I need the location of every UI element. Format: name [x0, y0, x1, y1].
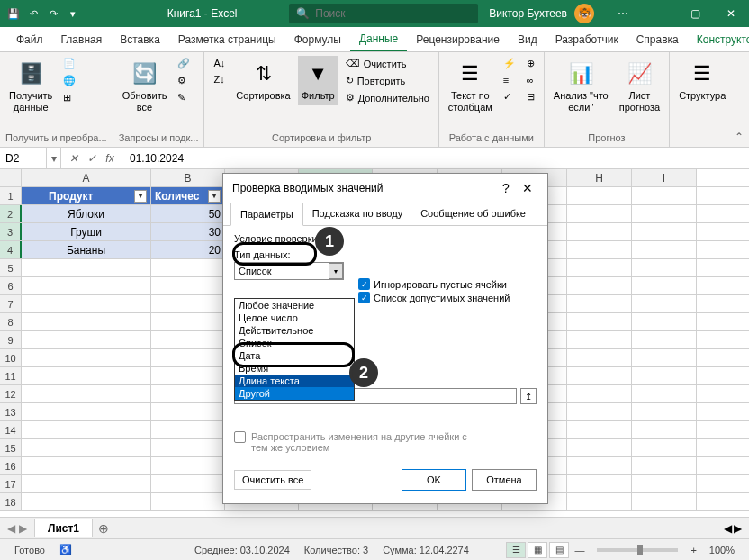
name-box[interactable]: D2 [0, 148, 47, 168]
cell[interactable] [151, 349, 225, 366]
cell[interactable] [632, 475, 697, 492]
view-page-break-button[interactable]: ▤ [549, 542, 569, 558]
cell[interactable] [151, 367, 225, 384]
cell[interactable] [22, 385, 151, 402]
cell[interactable] [151, 295, 225, 312]
cell[interactable] [632, 331, 697, 348]
cell[interactable] [22, 313, 151, 330]
from-text-button[interactable]: 📄 [59, 56, 79, 71]
row-header[interactable]: 2 [0, 205, 22, 222]
cell[interactable] [567, 277, 632, 294]
cell[interactable] [567, 295, 632, 312]
consolidate-button[interactable]: ⊕ [523, 56, 538, 71]
ribbon-options-icon[interactable]: ⋯ [605, 0, 641, 27]
zoom-level[interactable]: 100% [702, 545, 742, 555]
cell[interactable] [22, 475, 151, 492]
fx-icon[interactable]: fx [103, 152, 117, 165]
cell[interactable] [632, 241, 697, 258]
from-table-button[interactable]: ⊞ [59, 90, 79, 105]
row-header[interactable]: 10 [0, 349, 22, 366]
what-if-button[interactable]: 📊 Анализ "что если" [550, 56, 612, 117]
hscroll-right[interactable]: ▶ [734, 522, 742, 535]
in-cell-dropdown-checkbox[interactable]: ✓ [358, 292, 370, 303]
cell[interactable]: Груши [22, 223, 151, 240]
row-header[interactable]: 5 [0, 259, 22, 276]
get-data-button[interactable]: 🗄️ Получить данные [5, 56, 56, 117]
chevron-down-icon[interactable]: ▾ [329, 263, 343, 279]
row-header[interactable]: 9 [0, 331, 22, 348]
sheet-tab-1[interactable]: Лист1 [34, 519, 93, 537]
cell[interactable] [567, 457, 632, 474]
cell[interactable] [632, 457, 697, 474]
dialog-tab-parameters[interactable]: Параметры [230, 203, 303, 226]
undo-icon[interactable]: ↶ [27, 7, 40, 20]
sort-az-button[interactable]: A↓ [210, 56, 229, 70]
col-header-h[interactable]: H [567, 169, 632, 186]
edit-links-button[interactable]: ✎ [174, 90, 194, 105]
cell[interactable] [632, 421, 697, 438]
zoom-slider[interactable] [597, 548, 678, 552]
cell[interactable]: 30 [151, 223, 225, 240]
cell[interactable] [567, 259, 632, 276]
sort-button[interactable]: ⇅ Сортировка [232, 56, 293, 105]
cell[interactable] [632, 277, 697, 294]
cell[interactable] [22, 493, 151, 510]
dropdown-option[interactable]: Целое число [235, 312, 354, 324]
sheet-nav-next[interactable]: ▶ [19, 522, 27, 535]
text-to-columns-button[interactable]: ☰ Текст по столбцам [445, 56, 496, 117]
cell[interactable] [151, 385, 225, 402]
tab-table-design[interactable]: Конструктор та [688, 27, 749, 51]
reapply-button[interactable]: ↻Повторить [342, 73, 433, 88]
cell[interactable] [632, 295, 697, 312]
row-header[interactable]: 8 [0, 313, 22, 330]
cell[interactable] [632, 439, 697, 456]
row-header[interactable]: 16 [0, 457, 22, 474]
properties-button[interactable]: ⚙ [174, 73, 194, 88]
cell[interactable] [632, 349, 697, 366]
row-header[interactable]: 12 [0, 385, 22, 402]
cell[interactable] [567, 187, 632, 204]
search-input[interactable] [315, 7, 471, 20]
cell[interactable] [567, 349, 632, 366]
cell[interactable] [151, 439, 225, 456]
cell[interactable]: Продукт▾ [22, 187, 151, 204]
cell[interactable] [567, 205, 632, 222]
data-model-button[interactable]: ⊟ [523, 89, 538, 104]
advanced-filter-button[interactable]: ⚙Дополнительно [342, 90, 433, 105]
col-header-i[interactable]: I [632, 169, 697, 186]
relationships-button[interactable]: ∞ [523, 73, 538, 87]
cell[interactable] [632, 493, 697, 510]
tab-insert[interactable]: Вставка [111, 27, 169, 51]
dialog-close-button[interactable]: ✕ [517, 177, 538, 199]
tab-view[interactable]: Вид [509, 27, 546, 51]
cell[interactable] [632, 385, 697, 402]
cell[interactable] [567, 475, 632, 492]
cell[interactable] [567, 385, 632, 402]
cell[interactable] [567, 439, 632, 456]
refresh-all-button[interactable]: 🔄 Обновить все [119, 56, 171, 117]
dropdown-option[interactable]: Любое значение [235, 299, 354, 312]
dialog-tab-error-alert[interactable]: Сообщение об ошибке [411, 203, 535, 225]
cell[interactable] [632, 313, 697, 330]
filter-dropdown-icon[interactable]: ▾ [134, 190, 147, 203]
cell[interactable] [151, 331, 225, 348]
row-header[interactable]: 17 [0, 475, 22, 492]
cell[interactable] [567, 421, 632, 438]
cell[interactable] [151, 259, 225, 276]
row-header[interactable]: 18 [0, 493, 22, 510]
cell[interactable] [567, 223, 632, 240]
from-web-button[interactable]: 🌐 [59, 73, 79, 88]
cell[interactable] [632, 187, 697, 204]
tab-review[interactable]: Рецензирование [407, 27, 509, 51]
search-box[interactable]: 🔍 [289, 4, 478, 23]
cell[interactable]: 20 [151, 241, 225, 258]
accessibility-icon[interactable]: ♿ [52, 544, 79, 555]
cell[interactable]: Бананы [22, 241, 151, 258]
cell[interactable] [151, 421, 225, 438]
cell[interactable] [22, 367, 151, 384]
qat-dropdown-icon[interactable]: ▾ [67, 7, 79, 20]
cell[interactable] [151, 475, 225, 492]
cell[interactable] [22, 259, 151, 276]
add-sheet-button[interactable]: ⊕ [93, 518, 114, 539]
cell[interactable] [632, 259, 697, 276]
